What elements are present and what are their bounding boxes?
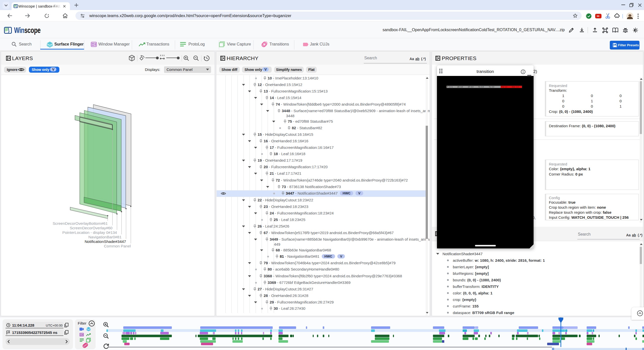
svg-text:ScreenDecorOverlay#60: ScreenDecorOverlay#60 <box>70 226 112 230</box>
svg-text:NavigationBar0#81: NavigationBar0#81 <box>88 235 122 239</box>
svg-text:PointerLocation - display 0#13: PointerLocation - display 0#134 <box>62 230 117 235</box>
svg-text:ScreenDecorOverlayBottom#61: ScreenDecorOverlayBottom#61 <box>53 221 108 226</box>
svg-text:Common Panel: Common Panel <box>104 244 131 248</box>
svg-text:NotificationShade#3447: NotificationShade#3447 <box>85 239 126 244</box>
